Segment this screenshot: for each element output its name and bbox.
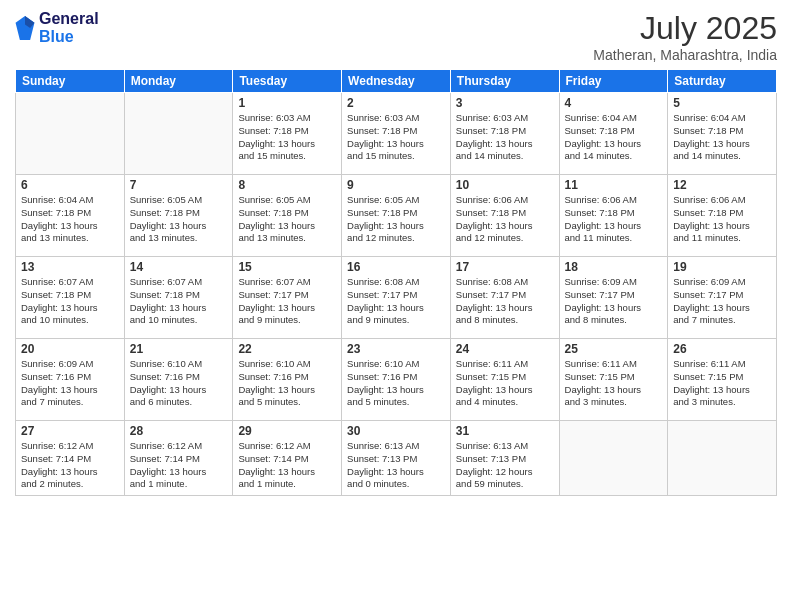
table-row: 4Sunrise: 6:04 AM Sunset: 7:18 PM Daylig…	[559, 93, 668, 175]
location: Matheran, Maharashtra, India	[593, 47, 777, 63]
logo-icon	[15, 16, 35, 40]
table-row: 13Sunrise: 6:07 AM Sunset: 7:18 PM Dayli…	[16, 257, 125, 339]
day-number: 18	[565, 260, 663, 274]
day-number: 26	[673, 342, 771, 356]
day-number: 1	[238, 96, 336, 110]
table-row: 12Sunrise: 6:06 AM Sunset: 7:18 PM Dayli…	[668, 175, 777, 257]
table-row: 27Sunrise: 6:12 AM Sunset: 7:14 PM Dayli…	[16, 421, 125, 496]
day-number: 3	[456, 96, 554, 110]
day-number: 22	[238, 342, 336, 356]
table-row: 18Sunrise: 6:09 AM Sunset: 7:17 PM Dayli…	[559, 257, 668, 339]
col-saturday: Saturday	[668, 70, 777, 93]
title-block: July 2025 Matheran, Maharashtra, India	[593, 10, 777, 63]
day-number: 14	[130, 260, 228, 274]
day-info: Sunrise: 6:10 AM Sunset: 7:16 PM Dayligh…	[347, 358, 445, 409]
table-row: 19Sunrise: 6:09 AM Sunset: 7:17 PM Dayli…	[668, 257, 777, 339]
day-number: 27	[21, 424, 119, 438]
day-number: 6	[21, 178, 119, 192]
day-number: 11	[565, 178, 663, 192]
table-row: 6Sunrise: 6:04 AM Sunset: 7:18 PM Daylig…	[16, 175, 125, 257]
table-row	[668, 421, 777, 496]
header: General Blue July 2025 Matheran, Maharas…	[15, 10, 777, 63]
day-info: Sunrise: 6:03 AM Sunset: 7:18 PM Dayligh…	[347, 112, 445, 163]
day-number: 4	[565, 96, 663, 110]
day-info: Sunrise: 6:09 AM Sunset: 7:17 PM Dayligh…	[565, 276, 663, 327]
table-row: 2Sunrise: 6:03 AM Sunset: 7:18 PM Daylig…	[342, 93, 451, 175]
table-row: 3Sunrise: 6:03 AM Sunset: 7:18 PM Daylig…	[450, 93, 559, 175]
day-info: Sunrise: 6:11 AM Sunset: 7:15 PM Dayligh…	[565, 358, 663, 409]
table-row: 30Sunrise: 6:13 AM Sunset: 7:13 PM Dayli…	[342, 421, 451, 496]
day-info: Sunrise: 6:05 AM Sunset: 7:18 PM Dayligh…	[238, 194, 336, 245]
day-info: Sunrise: 6:05 AM Sunset: 7:18 PM Dayligh…	[347, 194, 445, 245]
day-number: 30	[347, 424, 445, 438]
table-row: 14Sunrise: 6:07 AM Sunset: 7:18 PM Dayli…	[124, 257, 233, 339]
day-info: Sunrise: 6:07 AM Sunset: 7:18 PM Dayligh…	[21, 276, 119, 327]
header-row: Sunday Monday Tuesday Wednesday Thursday…	[16, 70, 777, 93]
day-info: Sunrise: 6:06 AM Sunset: 7:18 PM Dayligh…	[673, 194, 771, 245]
day-info: Sunrise: 6:04 AM Sunset: 7:18 PM Dayligh…	[565, 112, 663, 163]
table-row: 28Sunrise: 6:12 AM Sunset: 7:14 PM Dayli…	[124, 421, 233, 496]
table-row: 8Sunrise: 6:05 AM Sunset: 7:18 PM Daylig…	[233, 175, 342, 257]
day-number: 15	[238, 260, 336, 274]
day-number: 28	[130, 424, 228, 438]
day-info: Sunrise: 6:06 AM Sunset: 7:18 PM Dayligh…	[456, 194, 554, 245]
table-row: 21Sunrise: 6:10 AM Sunset: 7:16 PM Dayli…	[124, 339, 233, 421]
day-info: Sunrise: 6:03 AM Sunset: 7:18 PM Dayligh…	[238, 112, 336, 163]
day-info: Sunrise: 6:12 AM Sunset: 7:14 PM Dayligh…	[21, 440, 119, 491]
day-info: Sunrise: 6:08 AM Sunset: 7:17 PM Dayligh…	[456, 276, 554, 327]
day-info: Sunrise: 6:08 AM Sunset: 7:17 PM Dayligh…	[347, 276, 445, 327]
table-row: 24Sunrise: 6:11 AM Sunset: 7:15 PM Dayli…	[450, 339, 559, 421]
table-row	[124, 93, 233, 175]
col-thursday: Thursday	[450, 70, 559, 93]
day-number: 21	[130, 342, 228, 356]
table-row: 20Sunrise: 6:09 AM Sunset: 7:16 PM Dayli…	[16, 339, 125, 421]
table-row: 15Sunrise: 6:07 AM Sunset: 7:17 PM Dayli…	[233, 257, 342, 339]
day-info: Sunrise: 6:05 AM Sunset: 7:18 PM Dayligh…	[130, 194, 228, 245]
table-row: 26Sunrise: 6:11 AM Sunset: 7:15 PM Dayli…	[668, 339, 777, 421]
day-number: 9	[347, 178, 445, 192]
col-sunday: Sunday	[16, 70, 125, 93]
logo: General Blue	[15, 10, 99, 46]
day-info: Sunrise: 6:09 AM Sunset: 7:17 PM Dayligh…	[673, 276, 771, 327]
table-row: 31Sunrise: 6:13 AM Sunset: 7:13 PM Dayli…	[450, 421, 559, 496]
day-info: Sunrise: 6:04 AM Sunset: 7:18 PM Dayligh…	[673, 112, 771, 163]
table-row: 16Sunrise: 6:08 AM Sunset: 7:17 PM Dayli…	[342, 257, 451, 339]
day-number: 19	[673, 260, 771, 274]
month-year: July 2025	[593, 10, 777, 47]
day-number: 2	[347, 96, 445, 110]
day-number: 8	[238, 178, 336, 192]
day-number: 25	[565, 342, 663, 356]
table-row: 17Sunrise: 6:08 AM Sunset: 7:17 PM Dayli…	[450, 257, 559, 339]
day-info: Sunrise: 6:10 AM Sunset: 7:16 PM Dayligh…	[130, 358, 228, 409]
day-info: Sunrise: 6:12 AM Sunset: 7:14 PM Dayligh…	[238, 440, 336, 491]
table-row: 11Sunrise: 6:06 AM Sunset: 7:18 PM Dayli…	[559, 175, 668, 257]
calendar: Sunday Monday Tuesday Wednesday Thursday…	[15, 69, 777, 496]
col-tuesday: Tuesday	[233, 70, 342, 93]
day-info: Sunrise: 6:12 AM Sunset: 7:14 PM Dayligh…	[130, 440, 228, 491]
day-number: 29	[238, 424, 336, 438]
table-row: 22Sunrise: 6:10 AM Sunset: 7:16 PM Dayli…	[233, 339, 342, 421]
col-monday: Monday	[124, 70, 233, 93]
day-number: 17	[456, 260, 554, 274]
table-row: 1Sunrise: 6:03 AM Sunset: 7:18 PM Daylig…	[233, 93, 342, 175]
table-row: 25Sunrise: 6:11 AM Sunset: 7:15 PM Dayli…	[559, 339, 668, 421]
table-row: 29Sunrise: 6:12 AM Sunset: 7:14 PM Dayli…	[233, 421, 342, 496]
day-info: Sunrise: 6:11 AM Sunset: 7:15 PM Dayligh…	[456, 358, 554, 409]
day-number: 16	[347, 260, 445, 274]
col-wednesday: Wednesday	[342, 70, 451, 93]
day-number: 10	[456, 178, 554, 192]
day-info: Sunrise: 6:06 AM Sunset: 7:18 PM Dayligh…	[565, 194, 663, 245]
day-info: Sunrise: 6:11 AM Sunset: 7:15 PM Dayligh…	[673, 358, 771, 409]
col-friday: Friday	[559, 70, 668, 93]
day-number: 24	[456, 342, 554, 356]
day-number: 13	[21, 260, 119, 274]
table-row: 9Sunrise: 6:05 AM Sunset: 7:18 PM Daylig…	[342, 175, 451, 257]
table-row: 10Sunrise: 6:06 AM Sunset: 7:18 PM Dayli…	[450, 175, 559, 257]
day-info: Sunrise: 6:03 AM Sunset: 7:18 PM Dayligh…	[456, 112, 554, 163]
table-row	[559, 421, 668, 496]
day-info: Sunrise: 6:13 AM Sunset: 7:13 PM Dayligh…	[347, 440, 445, 491]
table-row: 7Sunrise: 6:05 AM Sunset: 7:18 PM Daylig…	[124, 175, 233, 257]
day-info: Sunrise: 6:04 AM Sunset: 7:18 PM Dayligh…	[21, 194, 119, 245]
day-number: 12	[673, 178, 771, 192]
table-row: 5Sunrise: 6:04 AM Sunset: 7:18 PM Daylig…	[668, 93, 777, 175]
